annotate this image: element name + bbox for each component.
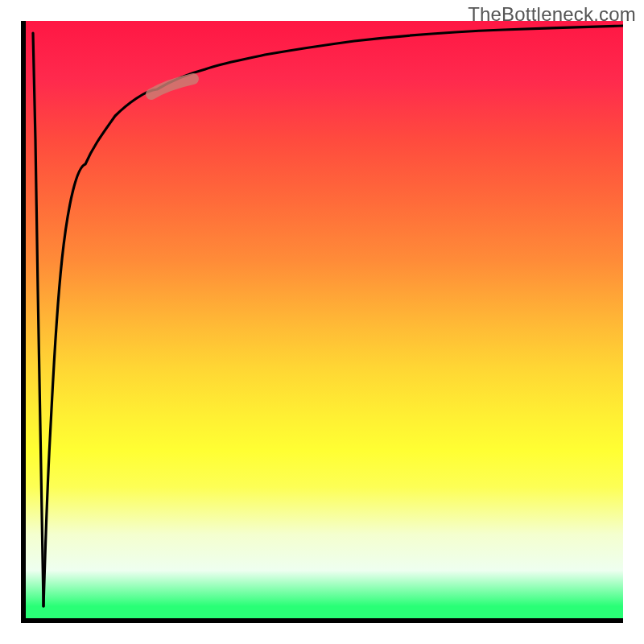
chart-viewport: TheBottleneck.com bbox=[0, 0, 644, 644]
chart-background-gradient bbox=[26, 21, 623, 618]
attribution-label: TheBottleneck.com bbox=[468, 3, 636, 26]
